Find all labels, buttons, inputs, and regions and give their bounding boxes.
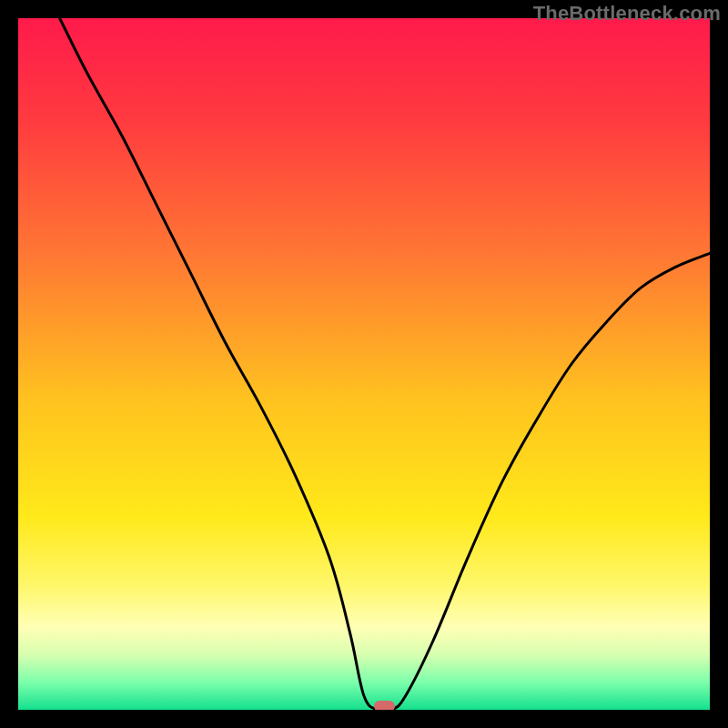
watermark-text: TheBottleneck.com [533, 2, 721, 25]
plot-area [18, 18, 710, 710]
optimal-point-marker [374, 701, 395, 710]
bottleneck-curve [18, 18, 710, 710]
chart-frame: TheBottleneck.com [0, 0, 728, 728]
